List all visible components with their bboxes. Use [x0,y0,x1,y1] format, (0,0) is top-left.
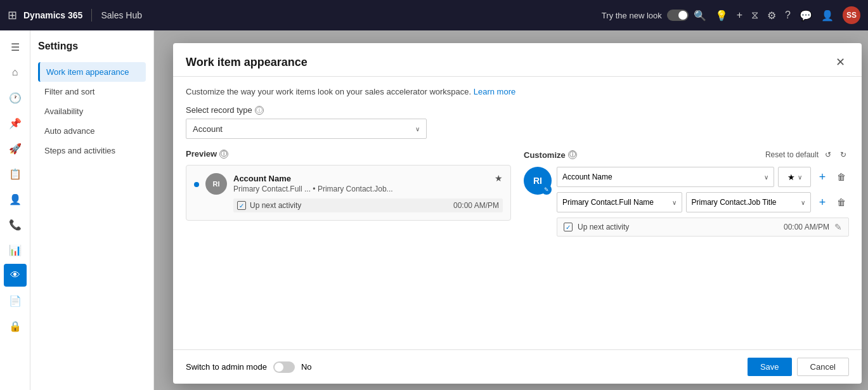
delete-field-icon-1[interactable]: 🗑 [834,172,849,182]
activity-label: Up next activity [578,223,629,231]
try-toggle[interactable] [667,10,689,21]
sidebar-icon-person[interactable]: 👤 [4,188,27,211]
preview-contact-line: Primary Contact.Full ... • Primary Conta… [233,185,503,193]
sidebar-icon-phone[interactable]: 📞 [4,213,27,236]
nav-divider [91,9,92,22]
save-button[interactable]: Save [748,358,792,376]
footer-buttons: Save Cancel [748,358,849,376]
customize-activity-row: ✓ Up next activity 00:00 AM/PM ✎ [557,218,849,237]
preview-activity-row: ✓ Up next activity 00:00 AM/PM [233,198,503,212]
customize-row-2: Primary Contact.Full Name ∨ Primary Cont… [557,192,849,212]
menu-item-auto-advance[interactable]: Auto advance [38,121,146,141]
sidebar-icon-rocket[interactable]: 🚀 [4,137,27,160]
star-icon: ★ [787,172,795,182]
account-name-value: Account Name [562,172,612,181]
topnav: ⊞ Dynamics 365 Sales Hub Try the new loo… [0,0,868,30]
sidebar-icon-list[interactable]: 📋 [4,162,27,185]
settings-panel: Settings Work item appearance Filter and… [30,30,154,390]
record-type-select-wrapper: Account ∨ [186,119,427,139]
sidebar-icon-pin[interactable]: 📌 [4,112,27,134]
sidebar-icon-chart[interactable]: 📊 [4,238,27,261]
person-icon[interactable]: 👤 [821,10,834,22]
activity-time: 00:00 AM/PM [784,223,829,231]
record-type-chevron: ∨ [415,126,420,133]
customize-content: RI ✎ Account Name ∨ [524,167,849,237]
star-chevron: ∨ [798,174,802,181]
try-new-look[interactable]: Try the new look [602,10,689,21]
record-type-value: Account [193,124,223,134]
full-name-field[interactable]: Primary Contact.Full Name ∨ [557,192,682,212]
activity-right: 00:00 AM/PM ✎ [784,222,842,232]
preview-activity-left: ✓ Up next activity [237,201,301,210]
record-type-section: Select record type ⓘ Account ∨ [186,105,849,139]
settings-menu: Work item appearance Filter and sort Ava… [38,62,146,160]
menu-item-work-appearance[interactable]: Work item appearance [38,62,146,82]
reset-actions: Reset to default ↺ ↻ [765,149,849,160]
account-name-field[interactable]: Account Name ∨ [557,167,774,187]
menu-item-availability[interactable]: Availability [38,101,146,121]
lightbulb-icon[interactable]: 💡 [715,10,728,22]
preview-account-name: Account Name [233,174,291,183]
dialog-header: Work item appearance ✕ [173,43,862,77]
preview-checkbox: ✓ [237,201,246,210]
user-avatar[interactable]: SS [843,6,860,24]
help-icon[interactable]: ? [785,10,791,21]
activity-edit-icon[interactable]: ✎ [834,222,842,232]
star-dropdown[interactable]: ★ ∨ [778,167,811,187]
sidebar-icon-home[interactable]: ⌂ [4,61,27,84]
preview-content: Account Name ★ Primary Contact.Full ... … [233,173,503,212]
sidebar-icon-hamburger[interactable]: ☰ [4,36,27,58]
avatar-edit-icon[interactable]: ✎ [541,185,552,195]
sidebar-icon-doc[interactable]: 📄 [4,289,27,312]
sidebar-icon-lock[interactable]: 🔒 [4,315,27,337]
preview-avatar: RI [205,173,227,195]
chat-icon[interactable]: 💬 [800,10,812,22]
customize-section-header: Customize ⓘ Reset to default ↺ ↻ [524,149,849,160]
filter-icon[interactable]: ⧖ [751,10,758,21]
sidebar-icon-recent[interactable]: 🕐 [4,86,27,109]
redo-icon[interactable]: ↻ [838,149,849,160]
preview-section-header: Preview ⓘ [186,149,511,159]
sidebar-icon-active[interactable]: 👁 [4,264,27,287]
preview-card: RI Account Name ★ Primary Contact.Full .… [186,165,511,221]
reset-to-default-label: Reset to default [765,150,819,159]
dialog-close-button[interactable]: ✕ [831,53,849,71]
delete-field-icon-2[interactable]: 🗑 [834,197,849,207]
preview-column: Preview ⓘ RI Account Name [186,149,511,237]
plus-icon[interactable]: + [737,10,742,21]
dialog-title: Work item appearance [186,56,308,69]
learn-more-link[interactable]: Learn more [474,87,515,96]
preview-label: Preview ⓘ [186,149,228,159]
grid-icon[interactable]: ⊞ [8,8,17,22]
record-type-info-icon: ⓘ [255,106,264,115]
undo-icon[interactable]: ↺ [822,149,834,160]
dialog-footer: Switch to admin mode No Save Cancel [173,349,862,384]
dialog-subtitle: Customize the way your work items look o… [186,87,849,96]
preview-row1: Account Name ★ [233,173,503,183]
search-icon[interactable]: 🔍 [694,10,706,22]
customize-column: Customize ⓘ Reset to default ↺ ↻ [524,149,849,237]
record-type-dropdown[interactable]: Account ∨ [186,119,427,139]
customize-avatar-wrap: RI ✎ [524,167,552,195]
job-title-field[interactable]: Primary Contact.Job Title ∨ [686,192,812,212]
preview-customize-columns: Preview ⓘ RI Account Name [186,149,849,237]
add-field-icon-2[interactable]: + [815,196,830,209]
main-layout: ☰ ⌂ 🕐 📌 🚀 📋 👤 📞 📊 👁 📄 🔒 Settings Work it… [0,30,868,390]
activity-checkbox[interactable]: ✓ [564,223,573,231]
preview-star-icon: ★ [495,173,503,183]
cancel-button[interactable]: Cancel [797,358,849,376]
settings-icon[interactable]: ⚙ [767,10,776,22]
admin-mode-toggle[interactable] [273,361,295,373]
nav-icons: 🔍 💡 + ⧖ ⚙ ? 💬 👤 SS [694,6,860,24]
content-area: Work item appearance ✕ Customize the way… [154,30,868,390]
menu-item-filter-sort[interactable]: Filter and sort [38,82,146,101]
customize-row-1: Account Name ∨ ★ ∨ + 🗑 [557,167,849,187]
add-field-icon-1[interactable]: + [815,171,830,184]
preview-time: 00:00 AM/PM [453,201,499,210]
activity-left: ✓ Up next activity [564,223,629,231]
settings-title: Settings [38,41,146,52]
menu-item-steps-activities[interactable]: Steps and activities [38,141,146,160]
preview-item: RI Account Name ★ Primary Contact.Full .… [194,173,503,212]
preview-info-icon: ⓘ [219,150,228,159]
job-title-value: Primary Contact.Job Title [692,198,777,207]
